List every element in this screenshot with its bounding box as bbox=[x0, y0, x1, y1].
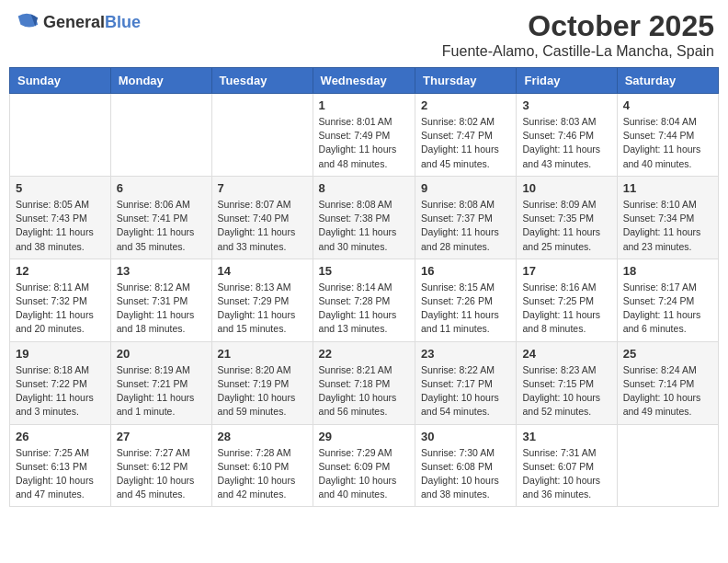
calendar-cell: 11Sunrise: 8:10 AMSunset: 7:34 PMDayligh… bbox=[617, 176, 718, 259]
day-info: Sunrise: 8:05 AMSunset: 7:43 PMDaylight:… bbox=[16, 198, 105, 254]
day-number: 22 bbox=[319, 347, 409, 361]
logo-icon bbox=[14, 9, 40, 35]
logo: GeneralBlue bbox=[14, 9, 141, 35]
day-number: 18 bbox=[623, 264, 712, 278]
day-info: Sunrise: 7:30 AMSunset: 6:08 PMDaylight:… bbox=[421, 446, 510, 502]
calendar-cell: 2Sunrise: 8:02 AMSunset: 7:47 PMDaylight… bbox=[415, 94, 517, 177]
day-number: 3 bbox=[522, 98, 610, 112]
calendar-week-5: 26Sunrise: 7:25 AMSunset: 6:13 PMDayligh… bbox=[10, 424, 719, 507]
day-info: Sunrise: 8:04 AMSunset: 7:44 PMDaylight:… bbox=[623, 115, 712, 171]
day-number: 12 bbox=[16, 264, 105, 278]
day-number: 16 bbox=[421, 264, 510, 278]
day-number: 24 bbox=[522, 347, 610, 361]
calendar-week-4: 19Sunrise: 8:18 AMSunset: 7:22 PMDayligh… bbox=[10, 341, 719, 424]
day-info: Sunrise: 8:21 AMSunset: 7:18 PMDaylight:… bbox=[319, 363, 409, 419]
calendar-cell: 22Sunrise: 8:21 AMSunset: 7:18 PMDayligh… bbox=[313, 341, 415, 424]
day-number: 5 bbox=[16, 181, 105, 195]
day-number: 1 bbox=[319, 98, 409, 112]
day-info: Sunrise: 8:15 AMSunset: 7:26 PMDaylight:… bbox=[421, 281, 510, 337]
day-info: Sunrise: 8:14 AMSunset: 7:28 PMDaylight:… bbox=[319, 281, 409, 337]
calendar-cell: 30Sunrise: 7:30 AMSunset: 6:08 PMDayligh… bbox=[415, 424, 517, 507]
calendar-header-row: SundayMondayTuesdayWednesdayThursdayFrid… bbox=[10, 68, 719, 94]
column-header-monday: Monday bbox=[110, 68, 211, 94]
day-number: 9 bbox=[421, 181, 510, 195]
calendar-cell: 20Sunrise: 8:19 AMSunset: 7:21 PMDayligh… bbox=[110, 341, 211, 424]
day-info: Sunrise: 8:19 AMSunset: 7:21 PMDaylight:… bbox=[117, 363, 206, 419]
calendar-cell: 23Sunrise: 8:22 AMSunset: 7:17 PMDayligh… bbox=[415, 341, 517, 424]
location: Fuente-Alamo, Castille-La Mancha, Spain bbox=[442, 43, 714, 60]
month-title: October 2025 bbox=[442, 9, 714, 43]
day-info: Sunrise: 8:17 AMSunset: 7:24 PMDaylight:… bbox=[623, 281, 712, 337]
calendar-cell: 9Sunrise: 8:08 AMSunset: 7:37 PMDaylight… bbox=[415, 176, 517, 259]
logo-general: General bbox=[43, 13, 105, 31]
day-info: Sunrise: 8:13 AMSunset: 7:29 PMDaylight:… bbox=[218, 281, 307, 337]
calendar-week-2: 5Sunrise: 8:05 AMSunset: 7:43 PMDaylight… bbox=[10, 176, 719, 259]
column-header-sunday: Sunday bbox=[10, 68, 111, 94]
calendar-cell bbox=[617, 424, 718, 507]
day-number: 10 bbox=[522, 181, 610, 195]
day-info: Sunrise: 8:22 AMSunset: 7:17 PMDaylight:… bbox=[421, 363, 510, 419]
calendar-cell: 17Sunrise: 8:16 AMSunset: 7:25 PMDayligh… bbox=[517, 259, 617, 341]
day-info: Sunrise: 7:31 AMSunset: 6:07 PMDaylight:… bbox=[522, 446, 610, 502]
day-info: Sunrise: 7:27 AMSunset: 6:12 PMDaylight:… bbox=[117, 446, 206, 502]
calendar-cell: 15Sunrise: 8:14 AMSunset: 7:28 PMDayligh… bbox=[313, 259, 415, 341]
calendar-cell: 4Sunrise: 8:04 AMSunset: 7:44 PMDaylight… bbox=[617, 94, 718, 177]
day-info: Sunrise: 8:09 AMSunset: 7:35 PMDaylight:… bbox=[522, 198, 610, 254]
calendar-week-3: 12Sunrise: 8:11 AMSunset: 7:32 PMDayligh… bbox=[10, 259, 719, 341]
column-header-saturday: Saturday bbox=[617, 68, 718, 94]
calendar-cell: 8Sunrise: 8:08 AMSunset: 7:38 PMDaylight… bbox=[313, 176, 415, 259]
day-number: 20 bbox=[117, 347, 206, 361]
day-number: 2 bbox=[421, 98, 510, 112]
day-number: 26 bbox=[16, 430, 105, 443]
day-number: 13 bbox=[117, 264, 206, 278]
day-info: Sunrise: 8:16 AMSunset: 7:25 PMDaylight:… bbox=[522, 281, 610, 337]
day-info: Sunrise: 8:08 AMSunset: 7:38 PMDaylight:… bbox=[319, 198, 409, 254]
calendar-cell: 27Sunrise: 7:27 AMSunset: 6:12 PMDayligh… bbox=[110, 424, 211, 507]
calendar-cell: 16Sunrise: 8:15 AMSunset: 7:26 PMDayligh… bbox=[415, 259, 517, 341]
day-info: Sunrise: 7:28 AMSunset: 6:10 PMDaylight:… bbox=[218, 446, 307, 502]
day-info: Sunrise: 7:25 AMSunset: 6:13 PMDaylight:… bbox=[16, 446, 105, 502]
calendar-cell: 24Sunrise: 8:23 AMSunset: 7:15 PMDayligh… bbox=[517, 341, 617, 424]
day-number: 27 bbox=[117, 430, 206, 443]
calendar-cell: 7Sunrise: 8:07 AMSunset: 7:40 PMDaylight… bbox=[211, 176, 313, 259]
calendar-cell: 28Sunrise: 7:28 AMSunset: 6:10 PMDayligh… bbox=[211, 424, 313, 507]
calendar-cell: 18Sunrise: 8:17 AMSunset: 7:24 PMDayligh… bbox=[617, 259, 718, 341]
calendar-cell: 31Sunrise: 7:31 AMSunset: 6:07 PMDayligh… bbox=[517, 424, 617, 507]
day-number: 4 bbox=[623, 98, 712, 112]
day-info: Sunrise: 8:24 AMSunset: 7:14 PMDaylight:… bbox=[623, 363, 712, 419]
day-info: Sunrise: 8:08 AMSunset: 7:37 PMDaylight:… bbox=[421, 198, 510, 254]
day-number: 8 bbox=[319, 181, 409, 195]
day-info: Sunrise: 8:20 AMSunset: 7:19 PMDaylight:… bbox=[218, 363, 307, 419]
day-info: Sunrise: 8:12 AMSunset: 7:31 PMDaylight:… bbox=[117, 281, 206, 337]
day-number: 11 bbox=[623, 181, 712, 195]
calendar-cell: 29Sunrise: 7:29 AMSunset: 6:09 PMDayligh… bbox=[313, 424, 415, 507]
calendar-cell: 13Sunrise: 8:12 AMSunset: 7:31 PMDayligh… bbox=[110, 259, 211, 341]
page-header: GeneralBlue October 2025 Fuente-Alamo, C… bbox=[9, 9, 719, 60]
logo-text: GeneralBlue bbox=[43, 13, 141, 32]
calendar-cell: 26Sunrise: 7:25 AMSunset: 6:13 PMDayligh… bbox=[10, 424, 111, 507]
calendar-cell: 6Sunrise: 8:06 AMSunset: 7:41 PMDaylight… bbox=[110, 176, 211, 259]
calendar-cell: 19Sunrise: 8:18 AMSunset: 7:22 PMDayligh… bbox=[10, 341, 111, 424]
day-number: 17 bbox=[522, 264, 610, 278]
calendar-table: SundayMondayTuesdayWednesdayThursdayFrid… bbox=[9, 67, 719, 507]
day-number: 25 bbox=[623, 347, 712, 361]
column-header-tuesday: Tuesday bbox=[211, 68, 313, 94]
logo-blue: Blue bbox=[105, 13, 141, 31]
calendar-cell bbox=[211, 94, 313, 177]
day-number: 7 bbox=[218, 181, 307, 195]
day-number: 19 bbox=[16, 347, 105, 361]
calendar-cell: 21Sunrise: 8:20 AMSunset: 7:19 PMDayligh… bbox=[211, 341, 313, 424]
calendar-cell: 10Sunrise: 8:09 AMSunset: 7:35 PMDayligh… bbox=[517, 176, 617, 259]
column-header-wednesday: Wednesday bbox=[313, 68, 415, 94]
calendar-cell: 12Sunrise: 8:11 AMSunset: 7:32 PMDayligh… bbox=[10, 259, 111, 341]
day-number: 6 bbox=[117, 181, 206, 195]
day-number: 29 bbox=[319, 430, 409, 443]
day-info: Sunrise: 8:10 AMSunset: 7:34 PMDaylight:… bbox=[623, 198, 712, 254]
calendar-cell: 1Sunrise: 8:01 AMSunset: 7:49 PMDaylight… bbox=[313, 94, 415, 177]
day-number: 30 bbox=[421, 430, 510, 443]
day-number: 15 bbox=[319, 264, 409, 278]
calendar-cell: 3Sunrise: 8:03 AMSunset: 7:46 PMDaylight… bbox=[517, 94, 617, 177]
calendar-cell bbox=[110, 94, 211, 177]
calendar-cell bbox=[10, 94, 111, 177]
title-section: October 2025 Fuente-Alamo, Castille-La M… bbox=[442, 9, 714, 60]
